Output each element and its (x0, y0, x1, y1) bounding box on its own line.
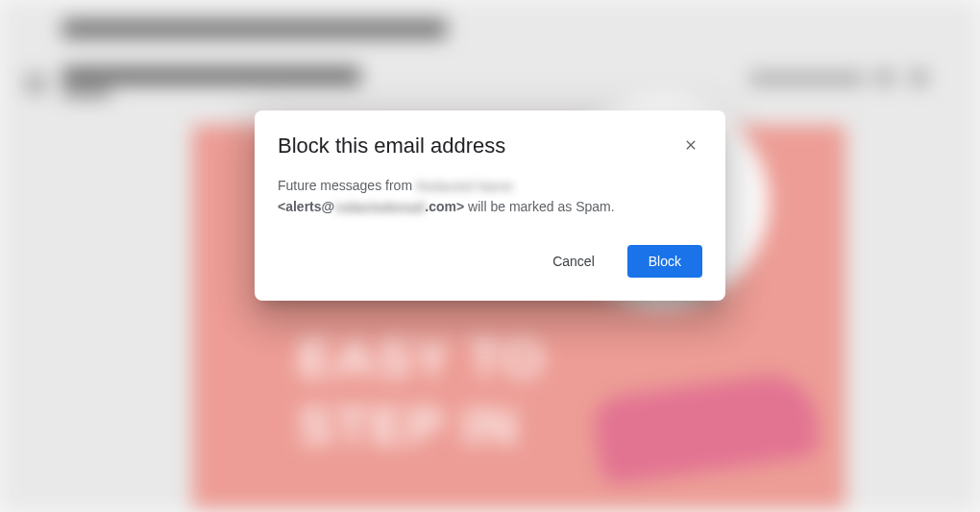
message-prefix: Future messages from (278, 178, 416, 193)
close-icon (683, 136, 698, 154)
cancel-button[interactable]: Cancel (531, 245, 616, 278)
sender-name-redacted: Redacted Name (416, 177, 513, 197)
block-email-dialog: Block this email address Future messages… (255, 110, 725, 301)
message-suffix: will be marked as Spam. (464, 199, 614, 214)
dialog-header: Block this email address (278, 134, 702, 158)
email-prefix: <alerts@ (278, 199, 334, 214)
dialog-title: Block this email address (278, 134, 505, 158)
email-domain-redacted: redactedemail (334, 198, 425, 218)
close-button[interactable] (679, 134, 702, 157)
block-button[interactable]: Block (627, 245, 702, 278)
dialog-actions: Cancel Block (278, 245, 702, 278)
email-suffix: .com> (425, 199, 464, 214)
dialog-message: Future messages from Redacted Name <aler… (278, 176, 702, 218)
modal-overlay: Block this email address Future messages… (0, 0, 980, 512)
